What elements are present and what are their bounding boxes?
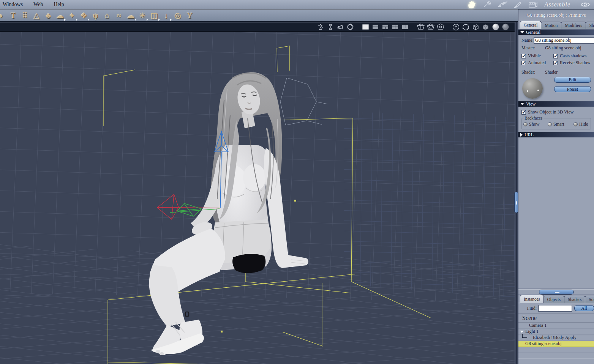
tab-shaders[interactable]: Shaders <box>564 296 585 303</box>
tree-empty-row[interactable] <box>518 358 594 364</box>
casts-shadows-checkbox[interactable]: Casts shadows <box>553 53 594 59</box>
bone-icon[interactable]: Y <box>184 10 196 21</box>
terrain-icon[interactable]: △ <box>31 10 43 21</box>
model-wrench-icon[interactable] <box>482 0 493 9</box>
tree-item-g8-sitting-scene[interactable]: G8 sitting scene.obj <box>518 341 594 347</box>
insert-toolbar: ◗ T ⠿ △ ♣ ☁ ✦ ❖ ψ ⌂ ≈ ☁ ☀ ◫ ↓ ◎ Y <box>0 9 594 22</box>
fire-icon[interactable]: ✦ <box>66 10 78 21</box>
spray-tool-icon[interactable] <box>316 23 324 31</box>
tab-sounds[interactable]: Sounds <box>585 296 594 303</box>
render-eye-icon[interactable] <box>580 0 591 9</box>
find-input[interactable] <box>538 305 572 312</box>
scene-canvas[interactable] <box>0 32 515 364</box>
shader-preview-sphere[interactable] <box>522 78 543 99</box>
viewport-tool-group <box>316 23 354 31</box>
storyboard-pen-icon[interactable] <box>497 0 508 9</box>
layout-single-icon[interactable] <box>362 23 370 31</box>
edit-shader-button[interactable]: Edit <box>554 77 591 83</box>
rock-garden-icon[interactable]: ❖ <box>78 10 90 21</box>
tab-instances[interactable]: Instances <box>520 295 544 303</box>
cloud-icon[interactable]: ☁ <box>54 10 66 21</box>
browser-tabs: Instances Objects Shaders Sounds C <box>518 295 594 303</box>
visible-checkbox[interactable]: Visible <box>521 53 553 59</box>
preset-shader-button[interactable]: Preset <box>554 86 591 92</box>
wireframe-cube-icon[interactable] <box>472 23 480 31</box>
layout-three-icon[interactable] <box>381 23 389 31</box>
camera-up-icon[interactable] <box>452 23 460 31</box>
tree-item-label: G8 sitting scene.obj <box>525 341 562 347</box>
texture-brush-icon[interactable] <box>512 0 523 9</box>
production-frame-alt-icon[interactable] <box>427 23 434 31</box>
plant-icon[interactable]: ♣ <box>43 10 54 21</box>
tree-item-camera1[interactable]: Camera 1 <box>518 323 594 329</box>
particle-emitter-icon[interactable]: ↓ <box>160 10 172 21</box>
gyroscope-icon[interactable] <box>346 23 354 31</box>
layout-main-plus-icon[interactable] <box>401 23 409 31</box>
tab-modifiers[interactable]: Modifiers <box>561 22 586 29</box>
tree-empty-row[interactable] <box>518 353 594 358</box>
receive-shadow-checkbox[interactable]: Receive Shadow <box>553 60 594 66</box>
textured-sphere-icon[interactable] <box>501 23 509 31</box>
light-icon[interactable]: ☀ <box>137 10 148 21</box>
menu-web[interactable]: Web <box>28 0 48 9</box>
viewport-toolbar <box>0 22 515 32</box>
section-url[interactable]: URL <box>518 132 594 137</box>
horizontal-splitter[interactable] <box>518 288 594 295</box>
vertex-sphere-icon[interactable] <box>462 23 470 31</box>
production-frame-dot-icon[interactable] <box>436 23 444 31</box>
animated-checkbox[interactable]: Animated <box>521 60 553 66</box>
inspector-title: G8 sitting scene.obj : Primitive <box>518 9 594 21</box>
checkbox-icon <box>521 110 526 115</box>
master-value: G8 sitting scene.obj <box>543 45 592 51</box>
backfaces-show-label: Show <box>529 121 539 127</box>
light-cone-wireframe[interactable] <box>280 78 327 125</box>
assemble-hand-icon[interactable] <box>466 0 478 9</box>
grass-icon[interactable]: ψ <box>90 10 101 21</box>
tab-shading[interactable]: Shading <box>586 22 594 29</box>
smooth-sphere-icon[interactable] <box>491 23 499 31</box>
volumetric-cloud-icon[interactable]: ☁ <box>125 10 137 21</box>
checkbox-icon <box>521 61 526 65</box>
hierarchy-tool-icon[interactable] <box>326 23 334 31</box>
name-input[interactable] <box>534 37 594 44</box>
expand-triangle-icon[interactable] <box>520 331 524 333</box>
solid-cube-icon[interactable] <box>482 23 490 31</box>
section-view-label: View <box>526 101 536 107</box>
tab-objects[interactable]: Objects <box>543 296 564 303</box>
checkbox-icon <box>521 54 526 58</box>
backfaces-show-radio[interactable]: Show <box>523 121 548 127</box>
tree-empty-row[interactable] <box>518 347 594 353</box>
tab-motion[interactable]: Motion <box>541 22 561 29</box>
production-frame-icon[interactable] <box>417 23 425 31</box>
menu-help[interactable]: Help <box>48 0 69 9</box>
scene-root-label[interactable]: Scene <box>518 313 594 323</box>
show-object-checkbox[interactable]: Show Object in 3D View <box>521 109 573 115</box>
section-general[interactable]: General <box>518 29 594 35</box>
ocean-icon[interactable]: ≈ <box>113 10 125 21</box>
building-icon[interactable]: ⌂ <box>101 10 113 21</box>
backfaces-hide-radio[interactable]: Hide <box>573 121 588 127</box>
menu-windows[interactable]: Windows <box>0 0 28 9</box>
tree-item-light1[interactable]: Light 1 <box>518 329 594 335</box>
sequence-film-icon[interactable] <box>527 0 539 9</box>
text-primitive-icon[interactable]: T <box>7 10 19 21</box>
sphere-primitive-icon[interactable]: ◗ <box>0 10 7 21</box>
section-view[interactable]: View <box>518 101 594 107</box>
find-all-button[interactable]: All <box>574 305 594 311</box>
layout-quad-icon[interactable] <box>391 23 399 31</box>
tab-general[interactable]: General <box>520 21 541 29</box>
animated-label: Animated <box>528 60 546 66</box>
shader-value: Shader <box>543 69 592 75</box>
casts-shadows-label: Casts shadows <box>560 53 586 59</box>
flag-checkboxes: Visible Casts shadows Animated Receive S… <box>518 51 594 67</box>
backfaces-smart-radio[interactable]: Smart <box>548 121 573 127</box>
splitter-handle[interactable] <box>539 290 574 295</box>
target-helper-icon[interactable]: ◎ <box>172 10 184 21</box>
metaballs-icon[interactable]: ⠿ <box>19 10 31 21</box>
layout-rows-icon[interactable] <box>371 23 379 31</box>
camera-pan-icon[interactable] <box>336 23 344 31</box>
viewport-3d <box>0 22 515 364</box>
backfaces-smart-label: Smart <box>553 121 564 127</box>
camera-icon[interactable]: ◫ <box>148 10 160 21</box>
tree-item-elizabeth[interactable]: Elizabeth !!Body Apply <box>518 335 594 341</box>
